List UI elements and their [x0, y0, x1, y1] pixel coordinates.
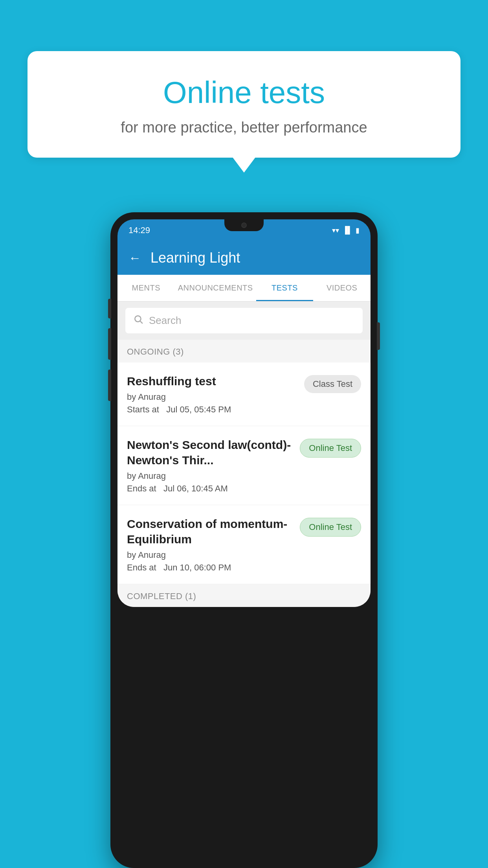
battery-icon: ▮	[356, 226, 360, 235]
signal-icon: ▐▌	[342, 226, 352, 234]
tabs-container: MENTS ANNOUNCEMENTS TESTS VIDEOS	[117, 275, 371, 302]
app-title: Learning Light	[150, 250, 240, 266]
phone-screen: ← Learning Light MENTS ANNOUNCEMENTS TES…	[117, 241, 371, 607]
front-camera	[241, 223, 247, 228]
back-button[interactable]: ←	[128, 251, 141, 265]
tests-list: Reshuffling test by Anurag Starts at Jul…	[117, 362, 371, 584]
test-item-3[interactable]: Conservation of momentum-Equilibrium by …	[117, 505, 371, 584]
phone-device: 14:29 ▾▾ ▐▌ ▮ ← Learning Light MENTS	[110, 212, 378, 868]
wifi-icon: ▾▾	[332, 226, 339, 235]
volume-down-button	[108, 328, 111, 360]
svg-line-1	[140, 321, 143, 324]
test-author-2: by Anurag	[127, 471, 294, 481]
search-placeholder: Search	[149, 314, 181, 327]
completed-section-header: COMPLETED (1)	[117, 584, 371, 607]
search-container: Search	[117, 302, 371, 340]
status-icons: ▾▾ ▐▌ ▮	[332, 226, 360, 235]
svg-point-0	[135, 316, 141, 322]
speech-bubble-container: Online tests for more practice, better p…	[28, 51, 460, 158]
test-info-1: Reshuffling test by Anurag Starts at Jul…	[127, 373, 304, 415]
bubble-subtitle: for more practice, better performance	[47, 119, 441, 136]
test-time-2: Ends at Jul 06, 10:45 AM	[127, 484, 294, 494]
test-name-2: Newton's Second law(contd)-Newton's Thir…	[127, 437, 294, 468]
test-badge-2: Online Test	[300, 439, 361, 458]
search-icon	[133, 314, 143, 327]
search-bar[interactable]: Search	[125, 308, 363, 333]
test-time-1: Starts at Jul 05, 05:45 PM	[127, 405, 298, 415]
speech-bubble: Online tests for more practice, better p…	[28, 51, 460, 158]
phone-notch	[224, 219, 264, 231]
phone-wrapper: 14:29 ▾▾ ▐▌ ▮ ← Learning Light MENTS	[31, 212, 457, 868]
status-bar: 14:29 ▾▾ ▐▌ ▮	[117, 219, 371, 241]
test-name-1: Reshuffling test	[127, 373, 298, 389]
test-item-2[interactable]: Newton's Second law(contd)-Newton's Thir…	[117, 426, 371, 505]
tab-announcements[interactable]: ANNOUNCEMENTS	[175, 275, 256, 301]
tab-tests[interactable]: TESTS	[256, 275, 314, 301]
app-header: ← Learning Light	[117, 241, 371, 275]
test-badge-3: Online Test	[300, 518, 361, 537]
test-name-3: Conservation of momentum-Equilibrium	[127, 516, 294, 547]
test-time-3: Ends at Jun 10, 06:00 PM	[127, 563, 294, 573]
test-item-1[interactable]: Reshuffling test by Anurag Starts at Jul…	[117, 362, 371, 426]
tab-videos[interactable]: VIDEOS	[313, 275, 371, 301]
test-author-3: by Anurag	[127, 550, 294, 560]
power-button	[377, 322, 380, 350]
status-time: 14:29	[128, 225, 150, 235]
tab-ments[interactable]: MENTS	[117, 275, 175, 301]
test-info-2: Newton's Second law(contd)-Newton's Thir…	[127, 437, 300, 494]
bubble-title: Online tests	[47, 75, 441, 110]
test-info-3: Conservation of momentum-Equilibrium by …	[127, 516, 300, 573]
test-badge-1: Class Test	[304, 375, 361, 393]
test-author-1: by Anurag	[127, 392, 298, 402]
ongoing-section-header: ONGOING (3)	[117, 340, 371, 362]
volume-up-button	[108, 299, 111, 318]
side-button-3	[108, 370, 111, 401]
